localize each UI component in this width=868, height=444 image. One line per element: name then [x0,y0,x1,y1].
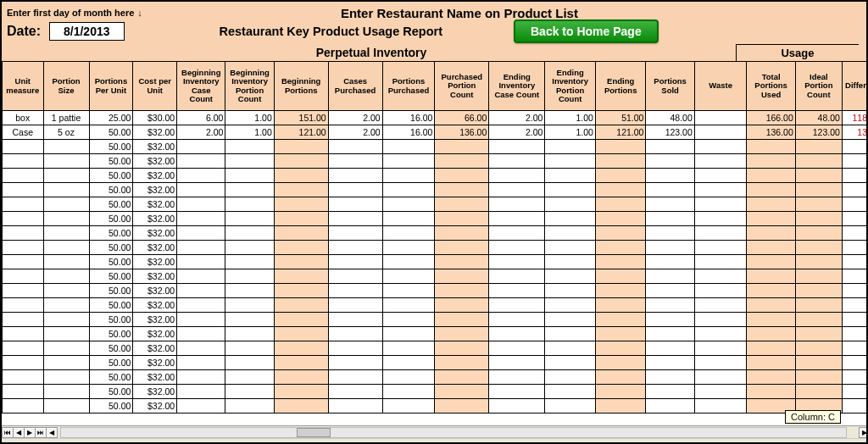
cell[interactable] [545,197,596,212]
cell[interactable] [225,313,274,327]
table-row[interactable]: 50.00$32.00 [3,313,867,327]
cell[interactable]: 16.00 [382,111,435,125]
cell[interactable] [177,284,225,298]
cell[interactable] [646,197,694,212]
cell[interactable] [225,341,274,356]
cell[interactable] [795,298,842,313]
cell[interactable]: 1 pattie [43,111,89,125]
cell[interactable] [795,140,842,154]
cell[interactable] [274,169,328,183]
cell[interactable] [328,154,382,169]
cell[interactable] [545,298,596,313]
cell[interactable] [43,313,89,327]
cell[interactable] [545,269,596,284]
table-row[interactable]: 50.00$32.00 [3,370,867,385]
cell[interactable] [489,341,545,356]
cell[interactable] [694,183,747,197]
cell[interactable] [646,399,694,413]
cell[interactable]: $32.00 [133,356,177,370]
cell[interactable]: $32.00 [133,370,177,385]
cell[interactable] [328,313,382,327]
cell[interactable] [177,226,225,241]
cell[interactable] [489,399,545,413]
cell[interactable]: 123.00 [646,125,694,140]
cell[interactable]: 121.00 [595,125,646,140]
cell[interactable] [177,298,225,313]
date-input[interactable]: 8/1/2013 [49,22,125,41]
cell[interactable] [694,341,747,356]
cell[interactable]: 136.00 [435,125,489,140]
cell[interactable]: 50.00 [89,284,133,298]
cell[interactable] [842,284,866,298]
cell[interactable] [545,241,596,255]
cell[interactable] [435,284,489,298]
cell[interactable] [382,183,435,197]
cell[interactable] [274,140,328,154]
cell[interactable] [545,255,596,269]
cell[interactable] [747,356,795,370]
cell[interactable] [694,197,747,212]
cell[interactable] [328,269,382,284]
cell[interactable] [842,298,866,313]
cell[interactable] [382,154,435,169]
cell[interactable] [595,341,646,356]
cell[interactable]: $32.00 [133,197,177,212]
cell[interactable]: 50.00 [89,341,133,356]
cell[interactable] [842,154,866,169]
cell[interactable] [225,169,274,183]
cell[interactable] [694,370,747,385]
cell[interactable] [3,140,44,154]
cell[interactable] [489,212,545,226]
cell[interactable] [328,197,382,212]
cell[interactable] [489,370,545,385]
cell[interactable] [489,154,545,169]
cell[interactable] [435,255,489,269]
cell[interactable] [795,313,842,327]
cell[interactable] [595,255,646,269]
cell[interactable] [545,140,596,154]
cell[interactable] [382,140,435,154]
cell[interactable] [795,226,842,241]
cell[interactable]: 50.00 [89,183,133,197]
cell[interactable] [435,327,489,341]
cell[interactable] [545,212,596,226]
cell[interactable] [382,269,435,284]
table-row[interactable]: 50.00$32.00 [3,327,867,341]
cell[interactable] [747,183,795,197]
cell[interactable] [842,241,866,255]
cell[interactable] [545,385,596,399]
cell[interactable] [646,327,694,341]
table-row[interactable]: 50.00$32.00 [3,140,867,154]
cell[interactable] [795,183,842,197]
cell[interactable] [435,356,489,370]
cell[interactable] [43,183,89,197]
cell[interactable]: 50.00 [89,125,133,140]
cell[interactable] [747,341,795,356]
cell[interactable] [274,370,328,385]
cell[interactable]: 1.00 [225,125,274,140]
cell[interactable] [328,341,382,356]
cell[interactable] [545,154,596,169]
cell[interactable]: 50.00 [89,154,133,169]
cell[interactable] [842,169,866,183]
cell[interactable] [382,385,435,399]
cell[interactable] [382,298,435,313]
cell[interactable] [435,197,489,212]
cell[interactable] [3,212,44,226]
cell[interactable] [545,356,596,370]
cell[interactable]: $32.00 [133,298,177,313]
cell[interactable] [435,140,489,154]
cell[interactable] [43,356,89,370]
cell[interactable] [3,269,44,284]
cell[interactable] [795,197,842,212]
cell[interactable] [328,212,382,226]
cell[interactable] [694,111,747,125]
cell[interactable] [225,269,274,284]
cell[interactable] [43,327,89,341]
cell[interactable] [595,356,646,370]
scroll-right-btn[interactable]: ▶ [859,427,868,438]
cell[interactable] [177,169,225,183]
cell[interactable] [747,154,795,169]
cell[interactable] [225,197,274,212]
cell[interactable] [747,197,795,212]
